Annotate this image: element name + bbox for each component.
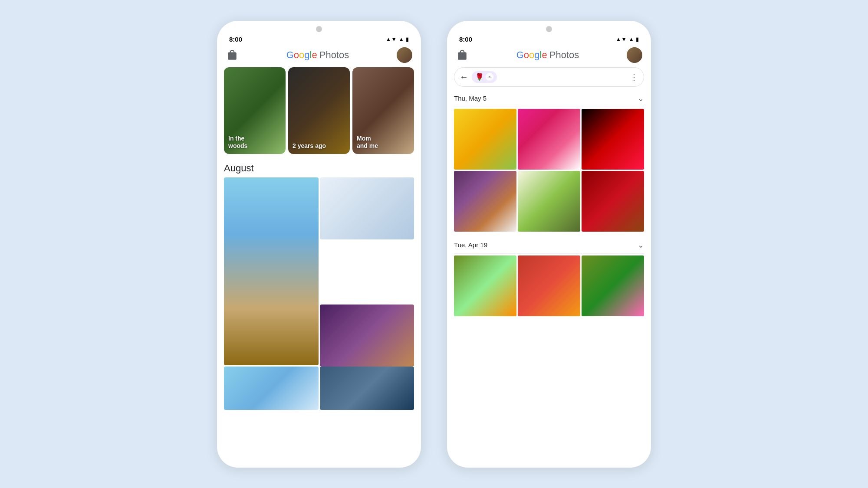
chevron-down-apr19[interactable]: ⌄: [638, 240, 644, 250]
avatar-image-right: [627, 47, 642, 63]
header-right: Google Photos: [447, 45, 651, 67]
photo-may5-3[interactable]: [582, 109, 644, 170]
signal-icon: ▲: [398, 36, 404, 43]
aug-bottom-row: [224, 367, 414, 410]
time-right: 8:00: [459, 36, 472, 43]
date-section-apr19: Tue, Apr 19 ⌄: [447, 239, 651, 316]
month-title: August: [224, 157, 414, 174]
memories-row: In thewoods 2 years ago Momand me: [224, 67, 414, 154]
memory-card-woods[interactable]: In thewoods: [224, 67, 286, 154]
memory-card-years[interactable]: 2 years ago: [288, 67, 350, 154]
header-left: Google Photos: [217, 45, 421, 67]
status-bar-left: 8:00 ▲▼ ▲ ▮: [217, 32, 421, 45]
photo-apr19-2[interactable]: [518, 255, 580, 316]
shop-svg: [227, 49, 238, 61]
august-photo-grid: [224, 177, 414, 365]
tag-close-button[interactable]: ×: [486, 73, 493, 81]
battery-icon: ▮: [406, 36, 409, 43]
photo-may5-4[interactable]: [454, 171, 516, 232]
memory-label-woods: In thewoods: [228, 135, 247, 150]
memory-card-mom[interactable]: Momand me: [352, 67, 414, 154]
logo-left: Google Photos: [286, 49, 349, 61]
logo-photos-left: Photos: [319, 49, 349, 61]
more-options-button[interactable]: ⋮: [630, 72, 638, 82]
photo-grid-apr19: [454, 255, 644, 316]
memory-label-mom: Momand me: [357, 135, 378, 150]
photo-may5-2[interactable]: [518, 109, 580, 170]
avatar-right[interactable]: [627, 47, 642, 63]
aug-bottom-left[interactable]: [224, 367, 319, 410]
photo-may5-1[interactable]: [454, 109, 516, 170]
date-text-apr19: Tue, Apr 19: [454, 241, 487, 249]
status-icons-right: ▲▼ ▲ ▮: [615, 36, 639, 43]
shop-svg-right: [457, 49, 468, 61]
signal-icon-right: ▲: [628, 36, 634, 43]
aug-photo-top-right[interactable]: [320, 177, 414, 239]
shop-icon-left[interactable]: [226, 49, 239, 62]
search-bar[interactable]: ← 🌹 × ⋮: [454, 67, 644, 87]
date-header-apr19: Tue, Apr 19 ⌄: [454, 239, 644, 254]
status-icons-left: ▲▼ ▲ ▮: [385, 36, 409, 43]
right-phone: 8:00 ▲▼ ▲ ▮ Google Photos ← 🌹 × ⋮: [447, 21, 651, 468]
date-section-may5: Thu, May 5 ⌄: [447, 92, 651, 232]
section-gap: [447, 234, 651, 239]
photo-may5-5[interactable]: [518, 171, 580, 232]
scroll-content-right: Thu, May 5 ⌄ Tue, Apr 19 ⌄: [447, 92, 651, 468]
scroll-content-left: In thewoods 2 years ago Momand me August: [217, 67, 421, 468]
photo-grid-may5: [454, 109, 644, 232]
aug-photo-bottom-right[interactable]: [320, 305, 414, 367]
time-left: 8:00: [229, 36, 242, 43]
month-section-august: August: [217, 157, 421, 410]
chevron-down-may5[interactable]: ⌄: [638, 94, 644, 103]
photo-apr19-1[interactable]: [454, 255, 516, 316]
aug-photo-main[interactable]: [224, 177, 319, 365]
wifi-icon: ▲▼: [385, 36, 397, 43]
phone-notch-right: [546, 26, 552, 32]
photo-apr19-3[interactable]: [582, 255, 644, 316]
phone-notch: [316, 26, 322, 32]
logo-right: Google Photos: [516, 49, 579, 61]
search-tag[interactable]: 🌹 ×: [472, 71, 497, 83]
aug-bottom-right[interactable]: [320, 367, 414, 410]
left-phone: 8:00 ▲▼ ▲ ▮ Google Photos In thewoods: [217, 21, 421, 468]
memories-section: In thewoods 2 years ago Momand me: [217, 67, 421, 157]
battery-icon-right: ▮: [636, 36, 639, 43]
date-text-may5: Thu, May 5: [454, 95, 487, 102]
avatar-left[interactable]: [397, 47, 412, 63]
logo-google-right: Google: [516, 49, 547, 61]
memory-label-years: 2 years ago: [293, 142, 326, 150]
tag-rose-icon: 🌹: [475, 73, 484, 81]
logo-photos-right: Photos: [549, 49, 579, 61]
photo-may5-6[interactable]: [582, 171, 644, 232]
wifi-icon-right: ▲▼: [615, 36, 627, 43]
date-header-may5: Thu, May 5 ⌄: [454, 92, 644, 107]
status-bar-right: 8:00 ▲▼ ▲ ▮: [447, 32, 651, 45]
logo-google-left: Google: [286, 49, 317, 61]
back-button[interactable]: ←: [460, 72, 468, 82]
shop-icon-right[interactable]: [456, 49, 469, 62]
avatar-image-left: [397, 47, 412, 63]
